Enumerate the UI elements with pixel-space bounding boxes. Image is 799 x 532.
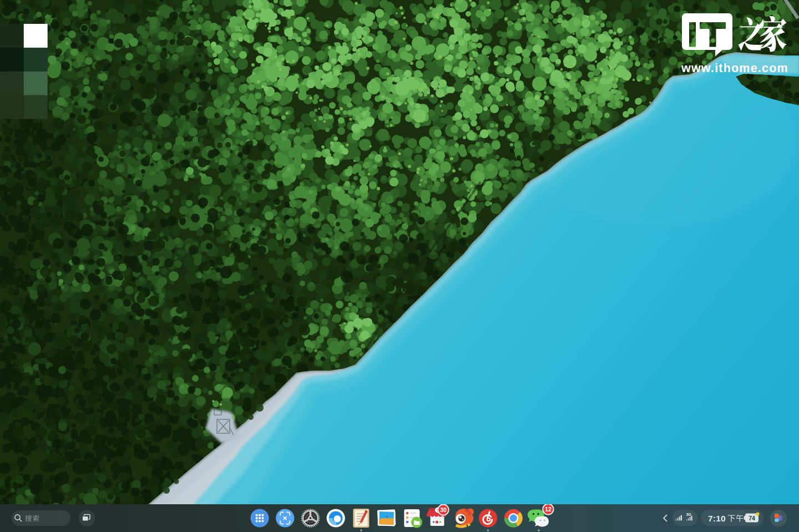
- svg-text:7:10: 7:10: [708, 514, 726, 523]
- svg-text:74: 74: [749, 515, 755, 521]
- svg-text:30: 30: [440, 506, 447, 513]
- svg-text:www.ithome.com: www.ithome.com: [681, 62, 788, 75]
- svg-text:5G: 5G: [686, 513, 691, 516]
- svg-text:12: 12: [545, 506, 552, 513]
